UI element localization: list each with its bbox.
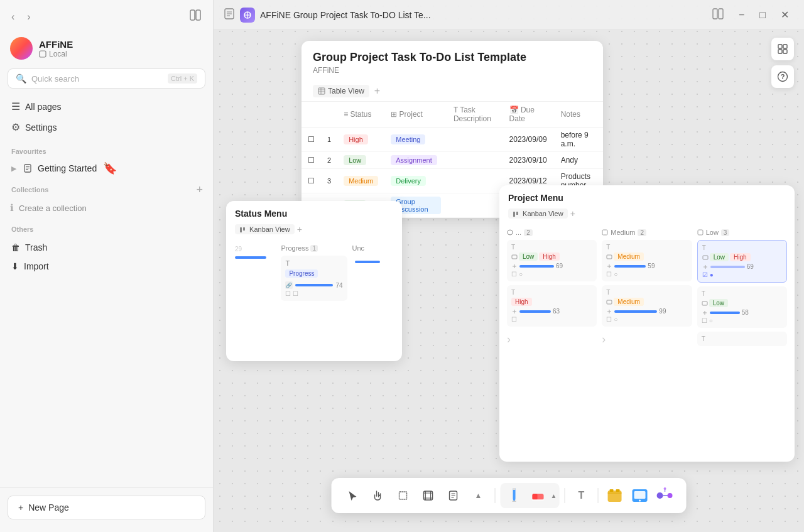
sidebar-top: ‹ › (0, 0, 213, 32)
kanban-view-tab[interactable]: Kanban View (235, 224, 295, 234)
getting-started-item[interactable]: ▶ Getting Started 🔖 (0, 158, 213, 179)
all-pages-nav-item[interactable]: ☰ All pages (5, 96, 208, 117)
sidebar-nav-items: ☰ All pages ⚙ Settings (0, 94, 213, 140)
edgeless-icon (240, 8, 255, 23)
list-icon-l2 (702, 300, 708, 307)
all-pages-icon: ☰ (11, 100, 20, 112)
connector-tool-button[interactable] (653, 484, 676, 507)
project-card-title: Project Menu (508, 193, 786, 203)
pm-low-item-2: T Low 58 ☐ ○ (697, 286, 787, 328)
pm-col-medium: Medium 2 T Medium 59 ☐ (599, 226, 694, 457)
row-num: 3 (321, 169, 337, 193)
pencil-group-expand[interactable]: ▲ (551, 492, 557, 499)
svg-point-57 (667, 493, 672, 498)
list-icon (511, 254, 518, 260)
toggle-layout-button[interactable] (707, 6, 729, 24)
kanban-item-progress: T Progress 🔗 74 ☐ ☐ (281, 256, 347, 301)
toolbar-separator-2 (564, 488, 565, 503)
pm-col-low: Low 3 T Low High 69 (695, 226, 790, 457)
grid-layout-button[interactable] (771, 38, 794, 60)
minimize-button[interactable]: − (734, 7, 749, 23)
pm-low-item1-icons: ☑ ● (702, 271, 782, 278)
svg-rect-14 (713, 9, 717, 19)
sticker-tool-button[interactable] (603, 484, 626, 507)
status-card-title: Status Menu (235, 209, 393, 219)
col-header-due: 📅 Due Date (503, 102, 555, 128)
new-page-button[interactable]: + New Page (8, 496, 205, 519)
hand-tool-button[interactable] (367, 484, 389, 507)
row-notes: before 9 a.m. (555, 128, 603, 152)
select-tool-button[interactable] (392, 484, 415, 507)
maximize-button[interactable]: □ (754, 7, 771, 23)
due-col-icon: 📅 (509, 106, 519, 114)
trash-item[interactable]: 🗑 Trash (5, 238, 208, 257)
kanban-add-button[interactable]: + (297, 224, 302, 234)
svg-rect-15 (719, 9, 723, 19)
eraser-tool-button[interactable] (527, 484, 550, 507)
pencil-tool-button[interactable] (503, 484, 526, 507)
row-due: 2023/09/10 (503, 152, 555, 169)
status-card-header: Status Menu (226, 201, 402, 224)
create-collection-item[interactable]: ℹ Create a collection (0, 198, 213, 218)
settings-nav-item[interactable]: ⚙ Settings (5, 117, 208, 138)
svg-point-55 (656, 492, 663, 499)
nav-forward-button[interactable]: › (23, 9, 34, 25)
pm-item-icons: ☐ ○ (511, 271, 592, 278)
svg-rect-44 (513, 488, 516, 490)
svg-rect-26 (602, 230, 607, 235)
pm-item2-icons: ☐ (511, 316, 592, 323)
row-checkbox[interactable]: ☐ (302, 169, 321, 193)
hand-icon (372, 490, 384, 501)
status-col-icon: ≡ (344, 110, 348, 119)
svg-point-59 (663, 487, 666, 490)
crosshair-icon (398, 490, 409, 501)
svg-rect-30 (703, 256, 708, 259)
import-item[interactable]: ⬇ Import (5, 257, 208, 276)
close-button[interactable]: ✕ (776, 6, 794, 23)
row-checkbox[interactable]: ☐ (302, 152, 321, 169)
note-icon (448, 490, 459, 501)
workspace-avatar (10, 37, 33, 60)
cursor-tool-button[interactable] (342, 484, 364, 507)
table-view-tab[interactable]: Table View (313, 85, 369, 97)
project-kanban-view-tab[interactable]: Kanban View (508, 209, 568, 219)
expand-tool-button[interactable]: ▲ (467, 484, 490, 507)
pm-medium-item-2: T Medium 99 ☐ ○ (602, 285, 692, 327)
pm-item: T Low High 69 ☐ ○ (507, 240, 597, 281)
add-view-button[interactable]: + (372, 85, 383, 97)
project-kanban-add-button[interactable]: + (570, 209, 575, 219)
sidebar-layout-button[interactable] (185, 6, 205, 27)
row-task (447, 169, 503, 193)
col-header-num (321, 102, 337, 128)
text-tool-button[interactable]: T (570, 484, 592, 507)
status-kanban-tabs: Kanban View + (226, 224, 402, 238)
pm-col-medium-label: Medium (611, 229, 635, 236)
help-button[interactable]: ? (771, 65, 794, 88)
slide-tool-button[interactable] (628, 484, 651, 507)
table-row: ☐ 1 High Meeting 2023/09/09 before 9 a.m… (302, 128, 603, 152)
link-icon-m2 (606, 308, 612, 315)
frame-icon (423, 490, 434, 501)
add-collection-button[interactable]: + (193, 184, 205, 195)
sticker-icon (606, 487, 623, 504)
svg-rect-53 (634, 491, 645, 499)
trash-icon: 🗑 (11, 242, 20, 252)
table-icon (318, 87, 325, 95)
titlebar-left: AFFiNE Group Project Task To-DO List Te.… (224, 8, 431, 23)
link-icon-pm (511, 263, 518, 269)
row-checkbox[interactable]: ☐ (302, 128, 321, 152)
search-bar[interactable]: 🔍 Quick search Ctrl + K (8, 68, 205, 89)
kanban-icon (239, 227, 246, 233)
medium-col-icon (602, 229, 608, 236)
expand-chevron-icon: ▶ (10, 163, 18, 174)
sidebar-bottom: + New Page (0, 487, 213, 532)
note-tool-button[interactable] (442, 484, 465, 507)
pencil-icon (508, 487, 521, 504)
nav-back-button[interactable]: ‹ (8, 9, 18, 25)
connector-icon (656, 487, 673, 504)
main-canvas[interactable]: AFFiNE Group Project Task To-DO List Te.… (214, 0, 804, 532)
pm-col-1-expand[interactable]: › (507, 330, 597, 349)
pm-col-medium-expand[interactable]: › (602, 330, 692, 349)
frame-tool-button[interactable] (417, 484, 440, 507)
new-page-plus-icon: + (18, 502, 23, 513)
